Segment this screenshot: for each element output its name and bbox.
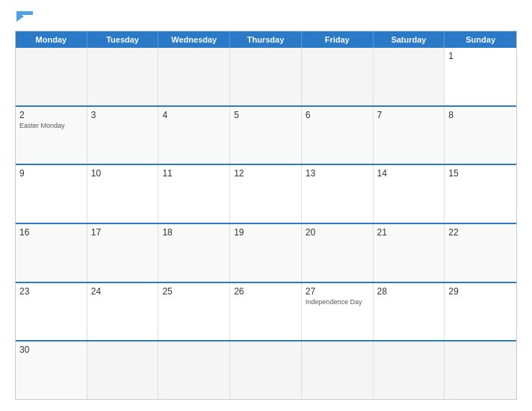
weekday-sunday: Sunday — [445, 31, 516, 48]
day-number-4-5: 28 — [377, 286, 441, 297]
cal-cell-5-6 — [445, 342, 516, 399]
cal-cell-3-6: 22 — [445, 224, 516, 282]
cal-cell-0-0 — [16, 48, 87, 105]
day-number-4-6: 29 — [448, 286, 513, 297]
cal-cell-5-0: 30 — [16, 342, 87, 399]
cal-cell-0-6: 1 — [445, 48, 516, 105]
day-number-2-6: 15 — [448, 168, 513, 179]
cal-cell-3-1: 17 — [87, 224, 159, 282]
cal-cell-1-3: 5 — [230, 107, 302, 164]
day-number-2-0: 9 — [19, 168, 83, 179]
day-number-1-0: 2 — [19, 110, 83, 120]
day-number-3-5: 21 — [377, 227, 441, 238]
day-number-2-3: 12 — [234, 168, 297, 179]
day-number-4-2: 25 — [162, 286, 226, 297]
day-number-2-2: 11 — [162, 168, 226, 179]
weekday-thursday: Thursday — [230, 31, 302, 48]
weekday-saturday: Saturday — [374, 31, 445, 48]
cal-cell-0-4 — [302, 48, 374, 105]
cal-cell-1-0: 2Easter Monday — [16, 107, 87, 164]
holiday-label-1-0: Easter Monday — [19, 122, 83, 131]
day-number-4-1: 24 — [91, 286, 155, 297]
cal-cell-2-5: 14 — [374, 165, 445, 223]
day-number-2-1: 10 — [91, 168, 155, 179]
day-number-0-6: 1 — [448, 51, 513, 61]
cal-cell-1-6: 8 — [445, 107, 516, 164]
day-number-4-4: 27 — [306, 286, 369, 297]
calendar: Monday Tuesday Wednesday Thursday Friday… — [15, 31, 517, 400]
cal-cell-3-3: 19 — [230, 224, 302, 282]
cal-cell-3-0: 16 — [16, 224, 87, 282]
calendar-page: Monday Tuesday Wednesday Thursday Friday… — [0, 0, 532, 411]
calendar-header: Monday Tuesday Wednesday Thursday Friday… — [16, 31, 516, 48]
cal-cell-1-1: 3 — [87, 107, 159, 164]
cal-cell-0-3 — [230, 48, 302, 105]
cal-cell-2-2: 11 — [158, 165, 230, 223]
week-row-2: 9101112131415 — [16, 164, 516, 223]
day-number-3-2: 18 — [162, 227, 226, 238]
weekday-friday: Friday — [302, 31, 374, 48]
day-number-2-4: 13 — [306, 168, 369, 179]
calendar-body: 12Easter Monday3456789101112131415161718… — [16, 48, 516, 399]
week-row-5: 30 — [16, 340, 516, 399]
cal-cell-0-1 — [87, 48, 159, 105]
cal-cell-2-0: 9 — [16, 165, 87, 223]
logo-flag-icon — [16, 11, 33, 22]
header — [15, 11, 517, 22]
day-number-1-6: 8 — [448, 110, 513, 120]
day-number-3-3: 19 — [234, 227, 297, 238]
cal-cell-4-1: 24 — [87, 283, 159, 341]
day-number-1-3: 5 — [234, 110, 297, 120]
cal-cell-2-1: 10 — [87, 165, 159, 223]
cal-cell-4-6: 29 — [445, 283, 516, 341]
cal-cell-5-4 — [302, 342, 374, 399]
week-row-1: 2Easter Monday345678 — [16, 105, 516, 164]
day-number-4-3: 26 — [234, 286, 297, 297]
cal-cell-4-3: 26 — [230, 283, 302, 341]
holiday-label-4-4: Independence Day — [306, 298, 369, 307]
day-number-5-0: 30 — [19, 344, 83, 355]
cal-cell-2-4: 13 — [302, 165, 374, 223]
cal-cell-4-4: 27Independence Day — [302, 283, 374, 341]
cal-cell-5-3 — [230, 342, 302, 399]
week-row-3: 16171819202122 — [16, 223, 516, 282]
cal-cell-4-0: 23 — [16, 283, 87, 341]
cal-cell-1-5: 7 — [374, 107, 445, 164]
day-number-3-6: 22 — [448, 227, 513, 238]
cal-cell-3-5: 21 — [374, 224, 445, 282]
cal-cell-2-3: 12 — [230, 165, 302, 223]
cal-cell-3-2: 18 — [158, 224, 230, 282]
day-number-1-4: 6 — [306, 110, 369, 120]
day-number-3-0: 16 — [19, 227, 83, 238]
cal-cell-1-2: 4 — [158, 107, 230, 164]
cal-cell-5-5 — [374, 342, 445, 399]
day-number-4-0: 23 — [19, 286, 83, 297]
cal-cell-0-2 — [158, 48, 230, 105]
cal-cell-4-5: 28 — [374, 283, 445, 341]
week-row-0: 1 — [16, 48, 516, 105]
cal-cell-1-4: 6 — [302, 107, 374, 164]
day-number-3-4: 20 — [306, 227, 369, 238]
cal-cell-5-2 — [158, 342, 230, 399]
cal-cell-3-4: 20 — [302, 224, 374, 282]
day-number-1-2: 4 — [162, 110, 226, 120]
day-number-3-1: 17 — [91, 227, 155, 238]
cal-cell-5-1 — [87, 342, 159, 399]
cal-cell-4-2: 25 — [158, 283, 230, 341]
day-number-2-5: 14 — [377, 168, 441, 179]
week-row-4: 2324252627Independence Day2829 — [16, 282, 516, 341]
logo — [15, 11, 33, 22]
cal-cell-0-5 — [374, 48, 445, 105]
weekday-tuesday: Tuesday — [87, 31, 159, 48]
day-number-1-1: 3 — [91, 110, 155, 120]
weekday-monday: Monday — [16, 31, 87, 48]
weekday-wednesday: Wednesday — [158, 31, 230, 48]
day-number-1-5: 7 — [377, 110, 441, 120]
cal-cell-2-6: 15 — [445, 165, 516, 223]
